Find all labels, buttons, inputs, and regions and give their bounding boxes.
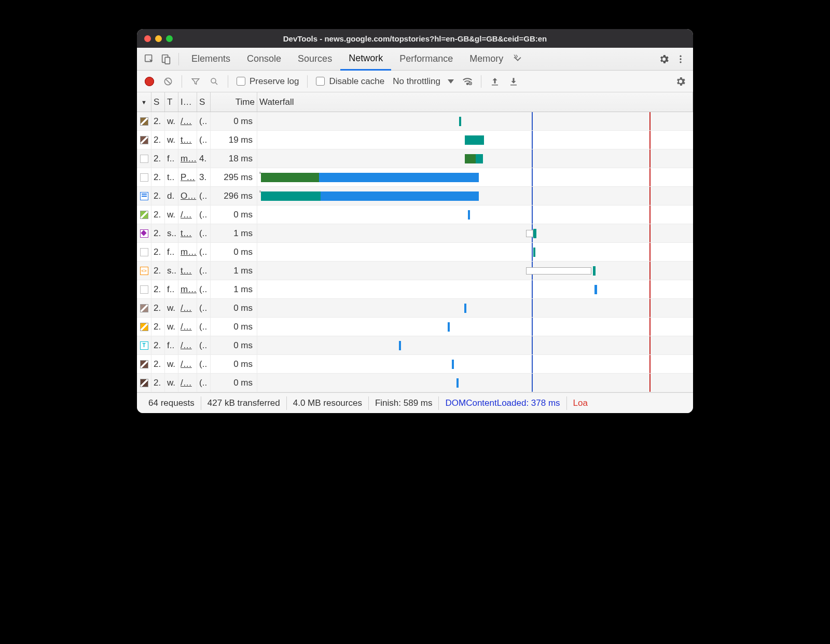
table-row[interactable]: 2.w./…(..0 ms [137, 299, 693, 318]
row-size: (.. [197, 374, 211, 392]
row-time: 295 ms [211, 168, 257, 186]
row-initiator[interactable]: /… [178, 336, 197, 354]
inspect-element-icon[interactable] [141, 51, 158, 67]
tab-network[interactable]: Network [340, 48, 391, 71]
separator [481, 75, 481, 88]
network-conditions-icon[interactable] [459, 73, 476, 90]
row-status: 2. [151, 336, 165, 354]
tab-sources[interactable]: Sources [289, 48, 340, 71]
col-name[interactable]: ▼ [137, 92, 151, 112]
row-initiator[interactable]: O… [178, 187, 197, 205]
table-row[interactable]: <>2.s..t…(..1 ms [137, 262, 693, 280]
dropdown-icon [448, 79, 454, 84]
row-waterfall [257, 187, 693, 205]
row-time: 0 ms [211, 355, 257, 373]
row-initiator[interactable]: m… [178, 243, 197, 261]
window-controls [144, 35, 173, 42]
tab-console[interactable]: Console [239, 48, 289, 71]
row-waterfall [257, 336, 693, 354]
row-initiator[interactable]: /… [178, 355, 197, 373]
row-type: w. [165, 112, 178, 130]
row-size: (.. [197, 205, 211, 224]
row-status: 2. [151, 280, 165, 298]
more-tabs-icon[interactable]: » [511, 51, 528, 67]
table-row[interactable]: 2.d.O…(..296 ms [137, 187, 693, 205]
table-row[interactable]: 2.w./…(..0 ms [137, 318, 693, 336]
row-type: f.. [165, 280, 178, 298]
table-row[interactable]: 2.w./…(..0 ms [137, 355, 693, 374]
col-time[interactable]: Time [211, 92, 257, 112]
row-waterfall [257, 280, 693, 298]
row-initiator[interactable]: m… [178, 280, 197, 298]
clear-button[interactable] [160, 73, 176, 90]
search-icon[interactable] [206, 73, 223, 90]
tab-elements[interactable]: Elements [183, 48, 239, 71]
disable-cache-checkbox[interactable]: Disable cache [313, 76, 388, 87]
record-button[interactable] [141, 73, 158, 90]
table-row[interactable]: 2.t..P…3.295 ms [137, 168, 693, 187]
table-row[interactable]: 2.s..t…(..1 ms [137, 224, 693, 243]
download-har-icon[interactable] [505, 73, 522, 90]
close-window-button[interactable] [144, 35, 151, 42]
table-row[interactable]: 2.w./…(..0 ms [137, 374, 693, 392]
table-row[interactable]: 2.w.t…(..19 ms [137, 131, 693, 149]
row-status: 2. [151, 112, 165, 130]
row-initiator[interactable]: /… [178, 299, 197, 317]
filter-icon[interactable] [187, 73, 204, 90]
row-initiator[interactable]: /… [178, 205, 197, 224]
network-settings-icon[interactable] [672, 73, 689, 90]
device-toolbar-icon[interactable] [158, 51, 174, 67]
row-icon [137, 168, 151, 186]
separator [178, 53, 179, 65]
col-size[interactable]: S [197, 92, 211, 112]
separator [228, 75, 228, 88]
row-initiator[interactable]: /… [178, 318, 197, 336]
row-waterfall [257, 262, 693, 280]
row-icon [137, 205, 151, 224]
titlebar: DevTools - news.google.com/topstories?hl… [137, 29, 693, 48]
row-type: w. [165, 355, 178, 373]
col-status[interactable]: S [151, 92, 165, 112]
table-row[interactable]: 2.f..m…(..0 ms [137, 243, 693, 262]
row-type: s.. [165, 224, 178, 242]
row-initiator[interactable]: t… [178, 224, 197, 242]
main-tabbar: ElementsConsoleSourcesNetworkPerformance… [137, 48, 693, 71]
row-size: (.. [197, 112, 211, 130]
tab-memory[interactable]: Memory [461, 48, 511, 71]
upload-har-icon[interactable] [487, 73, 503, 90]
row-initiator[interactable]: /… [178, 112, 197, 130]
col-initiator[interactable]: I… [178, 92, 197, 112]
settings-icon[interactable] [656, 51, 672, 67]
row-size: 4. [197, 149, 211, 168]
disable-cache-label: Disable cache [329, 76, 384, 87]
table-headers: ▼ S T I… S Time Waterfall [137, 92, 693, 112]
table-row[interactable]: 2.f..m…(..1 ms [137, 280, 693, 299]
table-row[interactable]: T2.f../…(..0 ms [137, 336, 693, 355]
preserve-log-checkbox[interactable]: Preserve log [233, 76, 302, 87]
row-icon [137, 131, 151, 149]
table-row[interactable]: 2.f..m…4.18 ms [137, 149, 693, 168]
row-initiator[interactable]: /… [178, 374, 197, 392]
row-size: (.. [197, 131, 211, 149]
row-type: w. [165, 205, 178, 224]
row-icon [137, 149, 151, 168]
row-icon [137, 187, 151, 205]
row-initiator[interactable]: m… [178, 149, 197, 168]
more-menu-icon[interactable] [672, 51, 689, 67]
minimize-window-button[interactable] [155, 35, 162, 42]
row-size: (.. [197, 262, 211, 280]
row-initiator[interactable]: P… [178, 168, 197, 186]
table-row[interactable]: 2.w./…(..0 ms [137, 205, 693, 224]
tab-performance[interactable]: Performance [391, 48, 461, 71]
table-row[interactable]: 2.w./…(..0 ms [137, 112, 693, 131]
row-status: 2. [151, 224, 165, 242]
throttling-select[interactable]: No throttling [390, 76, 457, 87]
row-status: 2. [151, 168, 165, 186]
col-type[interactable]: T [165, 92, 178, 112]
row-type: t.. [165, 168, 178, 186]
row-initiator[interactable]: t… [178, 262, 197, 280]
row-icon [137, 318, 151, 336]
row-initiator[interactable]: t… [178, 131, 197, 149]
col-waterfall[interactable]: Waterfall [257, 92, 693, 112]
maximize-window-button[interactable] [166, 35, 173, 42]
